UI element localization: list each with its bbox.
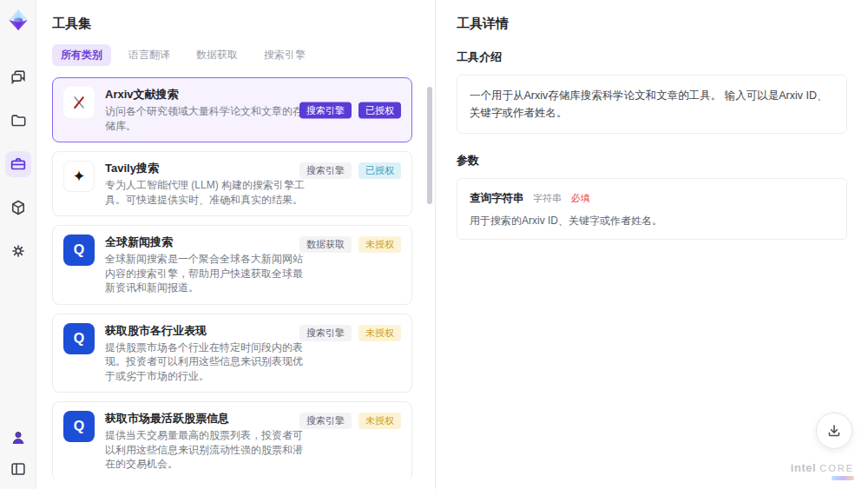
category-badge: 搜索引擎 — [299, 162, 352, 179]
intro-heading: 工具介绍 — [457, 50, 847, 65]
app-window: 工具集 所有类别 语言翻译 数据获取 搜索引擎 Arxiv文献搜索 访问各个研究… — [0, 0, 868, 489]
tab-data-fetch[interactable]: 数据获取 — [187, 44, 247, 66]
user-icon — [9, 428, 28, 447]
auth-status-badge: 未授权 — [358, 325, 401, 341]
user-profile-button[interactable] — [5, 425, 31, 451]
tool-description: 访问各个研究领域大量科学论文和文章的存储库。 — [105, 104, 311, 133]
auth-status-badge: 已授权 — [358, 162, 401, 179]
toolbox-icon — [9, 155, 28, 174]
stock-q-icon: Q — [63, 323, 95, 354]
tool-details-panel: 工具详情 工具介绍 一个用于从Arxiv存储库搜索科学论文和文章的工具。 输入可… — [436, 0, 868, 489]
brand-intel: intel — [791, 461, 816, 474]
tool-description: 提供股票市场各个行业在特定时间段内的表现。投资者可以利用这些信息来识别表现优于或… — [105, 340, 311, 384]
download-icon — [826, 423, 842, 439]
brand-core: CORE — [819, 463, 854, 473]
sidebar-item-tools[interactable] — [5, 151, 31, 177]
param-description: 用于搜索的Arxiv ID、关键字或作者姓名。 — [470, 214, 834, 228]
tool-description: 专为人工智能代理 (LLM) 构建的搜索引擎工具。可快速提供实时、准确和真实的结… — [105, 178, 311, 207]
stock-q-icon: Q — [63, 411, 95, 442]
tool-card-most-active-stocks[interactable]: Q 获取市场最活跃股票信息 提供当天交易量最高的股票列表，投资者可以利用这些信息… — [52, 401, 412, 479]
parameter-item: 查询字符串 字符串 必填 用于搜索的Arxiv ID、关键字或作者姓名。 — [457, 178, 847, 240]
sidebar-item-models[interactable] — [5, 195, 31, 221]
collapse-sidebar-button[interactable] — [5, 456, 31, 482]
arxiv-icon — [63, 87, 95, 118]
news-q-icon: Q — [63, 235, 95, 266]
tool-intro-text: 一个用于从Arxiv存储库搜索科学论文和文章的工具。 输入可以是Arxiv ID… — [457, 75, 847, 134]
tool-card-global-news[interactable]: Q 全球新闻搜索 全球新闻搜索是一个聚合全球各大新闻网站内容的搜索引擎，帮助用户… — [52, 225, 412, 305]
sidebar-item-settings[interactable] — [5, 238, 31, 264]
tool-name: 全球新闻搜索 — [105, 235, 311, 249]
tools-list-panel: 工具集 所有类别 语言翻译 数据获取 搜索引擎 Arxiv文献搜索 访问各个研究… — [36, 0, 436, 489]
tool-name: Arxiv文献搜索 — [105, 87, 311, 102]
tool-name: Tavily搜索 — [105, 161, 311, 175]
download-button[interactable] — [816, 413, 852, 449]
auth-status-badge: 未授权 — [358, 413, 401, 429]
cube-icon — [9, 198, 28, 217]
auth-status-badge: 未授权 — [358, 236, 401, 253]
tab-search-engine[interactable]: 搜索引擎 — [255, 44, 314, 66]
category-badge: 数据获取 — [299, 236, 352, 253]
sidebar-item-files[interactable] — [5, 108, 31, 134]
sidebar-item-chat[interactable] — [5, 64, 31, 90]
tool-description: 全球新闻搜索是一个聚合全球各大新闻网站内容的搜索引擎，帮助用户快速获取全球最新资… — [105, 252, 311, 295]
chat-icon — [9, 68, 28, 87]
param-required-badge: 必填 — [570, 193, 589, 203]
tool-description: 提供当天交易量最高的股票列表，投资者可以利用这些信息来识别流动性强的股票和潜在的… — [105, 428, 311, 472]
brand-ultra-strip — [832, 476, 854, 480]
intel-core-logo: intel CORE — [791, 461, 854, 480]
tool-card-sector-performance[interactable]: Q 获取股市各行业表现 提供股票市场各个行业在特定时间段内的表现。投资者可以利用… — [52, 314, 412, 393]
tool-card-tavily[interactable]: ✦ Tavily搜索 专为人工智能代理 (LLM) 构建的搜索引擎工具。可快速提… — [52, 151, 412, 216]
params-heading: 参数 — [457, 153, 847, 169]
tavily-star-icon: ✦ — [63, 161, 95, 192]
tool-list: Arxiv文献搜索 访问各个研究领域大量科学论文和文章的存储库。 搜索引擎 已授… — [52, 77, 419, 479]
tool-name: 获取市场最活跃股票信息 — [105, 411, 311, 426]
details-title: 工具详情 — [457, 16, 847, 32]
param-name: 查询字符串 — [470, 192, 524, 204]
param-type: 字符串 — [533, 193, 562, 203]
icon-rail — [0, 0, 36, 489]
folder-icon — [9, 111, 28, 130]
settings-icon — [9, 241, 28, 261]
tool-card-arxiv[interactable]: Arxiv文献搜索 访问各个研究领域大量科学论文和文章的存储库。 搜索引擎 已授… — [52, 77, 412, 142]
tab-all-categories[interactable]: 所有类别 — [52, 44, 111, 66]
list-scrollbar[interactable] — [427, 87, 432, 204]
category-badge: 搜索引擎 — [299, 413, 352, 429]
category-badge: 搜索引擎 — [299, 102, 352, 118]
page-title: 工具集 — [52, 16, 419, 32]
category-tabs: 所有类别 语言翻译 数据获取 搜索引擎 — [52, 44, 419, 66]
tab-translation[interactable]: 语言翻译 — [120, 44, 179, 66]
tool-name: 获取股市各行业表现 — [105, 323, 311, 338]
panel-toggle-icon — [9, 459, 28, 479]
auth-status-badge: 已授权 — [358, 102, 401, 118]
category-badge: 搜索引擎 — [299, 325, 352, 341]
app-logo-icon — [7, 9, 30, 31]
